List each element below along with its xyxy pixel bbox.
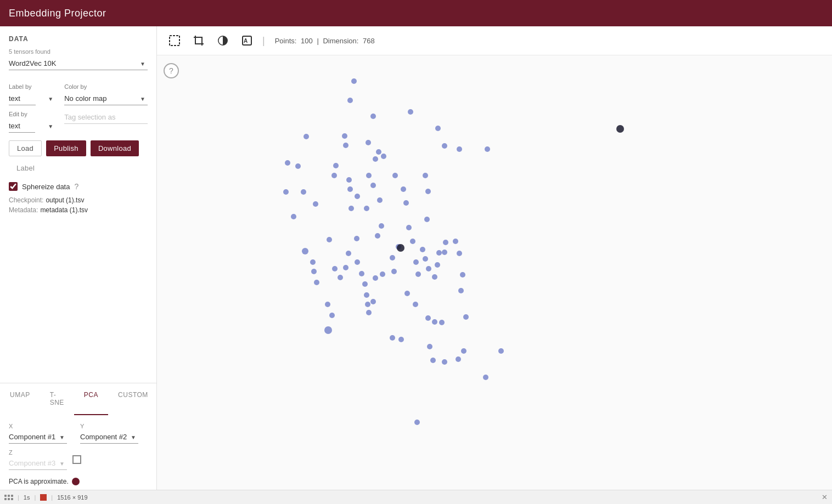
scatter-dot[interactable]: [380, 271, 385, 277]
scatter-dot[interactable]: [283, 189, 289, 195]
scatter-dot[interactable]: [329, 313, 335, 318]
scatter-dot[interactable]: [432, 319, 437, 325]
tab-pca[interactable]: PCA: [74, 383, 108, 415]
scatter-dot[interactable]: [390, 255, 395, 261]
scatter-dot[interactable]: [415, 271, 421, 277]
scatter-dot[interactable]: [373, 156, 378, 162]
scatter-dot[interactable]: [435, 262, 440, 268]
scatter-dot[interactable]: [460, 272, 465, 278]
scatter-dot[interactable]: [427, 344, 432, 349]
scatter-dot[interactable]: [432, 274, 437, 280]
scatter-dot[interactable]: [423, 256, 428, 262]
scatter-dot[interactable]: [404, 291, 410, 296]
scatter-dot[interactable]: [406, 225, 412, 230]
edit-by-select[interactable]: text label: [9, 120, 35, 133]
scatter-dot[interactable]: [366, 310, 372, 315]
scatter-dot[interactable]: [426, 266, 431, 271]
scatter-dot[interactable]: [423, 173, 428, 178]
scatter-dot[interactable]: [333, 163, 339, 168]
scatter-dot[interactable]: [355, 194, 360, 199]
scatter-dot[interactable]: [410, 239, 415, 244]
scatter-dot[interactable]: [303, 134, 309, 139]
scatter-dot[interactable]: [425, 189, 431, 194]
scatter-dot[interactable]: [420, 247, 425, 252]
scatter-dot[interactable]: [430, 358, 436, 363]
scatter-dot[interactable]: [311, 269, 317, 274]
scatter-dot[interactable]: [485, 146, 490, 152]
scatter-dot[interactable]: [397, 244, 404, 252]
scatter-dot[interactable]: [413, 302, 418, 307]
tag-input[interactable]: [64, 111, 148, 124]
scatter-dot[interactable]: [338, 275, 343, 280]
scatter-dot[interactable]: [457, 146, 462, 152]
scatter-dot[interactable]: [414, 420, 420, 425]
scatter-dot[interactable]: [359, 271, 364, 276]
scatter-dot[interactable]: [342, 133, 347, 139]
scatter-dot[interactable]: [424, 217, 430, 222]
scatter-dot[interactable]: [347, 98, 353, 103]
scatter-container[interactable]: ?: [157, 56, 832, 504]
scatter-dot[interactable]: [442, 143, 447, 149]
scatter-dot[interactable]: [366, 140, 371, 145]
scatter-dot[interactable]: [348, 206, 354, 211]
scatter-dot[interactable]: [313, 201, 318, 207]
scatter-dot[interactable]: [436, 250, 442, 256]
pca-y-select[interactable]: Component #1 Component #2 Component #3: [80, 431, 138, 444]
scatter-plot[interactable]: [157, 56, 832, 504]
crop-icon[interactable]: [190, 32, 207, 49]
scatter-dot[interactable]: [425, 315, 431, 321]
scatter-dot[interactable]: [302, 248, 308, 254]
dataset-select[interactable]: Word2Vec 10K MNIST CIFAR-10: [9, 57, 148, 70]
tab-tsne[interactable]: T-SNE: [40, 383, 74, 415]
scatter-dot[interactable]: [435, 126, 441, 131]
sphereize-checkbox[interactable]: [9, 182, 18, 191]
scatter-dot[interactable]: [439, 320, 445, 325]
night-mode-icon[interactable]: [214, 32, 232, 49]
scatter-dot[interactable]: [314, 280, 319, 285]
scatter-dot[interactable]: [351, 78, 357, 84]
scatter-dot[interactable]: [442, 250, 447, 255]
pca-x-select[interactable]: Component #1 Component #2 Component #3: [9, 431, 67, 444]
scatter-dot[interactable]: [364, 206, 369, 211]
scatter-dot[interactable]: [346, 177, 352, 183]
help-button[interactable]: ?: [164, 63, 179, 78]
scatter-dot[interactable]: [461, 348, 466, 354]
scatter-dot[interactable]: [398, 337, 404, 342]
tab-custom[interactable]: CUSTOM: [108, 383, 157, 415]
scatter-dot[interactable]: [401, 186, 406, 192]
scatter-dot[interactable]: [381, 154, 386, 159]
scatter-dot[interactable]: [453, 239, 458, 244]
scatter-dot[interactable]: [390, 335, 395, 341]
scatter-dot[interactable]: [376, 149, 381, 155]
scatter-dot[interactable]: [343, 143, 348, 148]
label-button[interactable]: Label: [9, 161, 42, 175]
scatter-dot[interactable]: [377, 197, 383, 203]
scatter-dot[interactable]: [457, 251, 462, 256]
scatter-dot[interactable]: [364, 292, 369, 298]
scatter-dot[interactable]: [456, 356, 461, 362]
scatter-dot[interactable]: [285, 160, 290, 166]
scatter-dot[interactable]: [408, 109, 413, 115]
pca-3d-checkbox[interactable]: [72, 455, 81, 464]
scatter-dot[interactable]: [324, 326, 332, 334]
scatter-dot[interactable]: [366, 173, 372, 178]
scatter-dot[interactable]: [327, 237, 332, 242]
scatter-dot[interactable]: [375, 233, 380, 239]
scatter-dot[interactable]: [295, 163, 301, 169]
publish-button[interactable]: Publish: [46, 140, 86, 156]
scatter-dot[interactable]: [443, 240, 448, 245]
text-label-icon[interactable]: A: [238, 32, 256, 49]
scatter-dot[interactable]: [365, 302, 370, 307]
scatter-dot[interactable]: [343, 265, 348, 270]
scatter-dot[interactable]: [498, 348, 504, 354]
scatter-dot[interactable]: [370, 299, 376, 304]
scatter-dot[interactable]: [347, 186, 353, 192]
scatter-dot[interactable]: [332, 266, 338, 271]
scatter-dot[interactable]: [291, 214, 296, 219]
pca-z-select[interactable]: Component #3: [9, 457, 67, 470]
scatter-dot[interactable]: [370, 183, 376, 188]
download-button[interactable]: Download: [91, 140, 139, 156]
scatter-dot[interactable]: [458, 288, 464, 293]
scatter-dot[interactable]: [301, 189, 306, 195]
load-button[interactable]: Load: [9, 140, 42, 156]
